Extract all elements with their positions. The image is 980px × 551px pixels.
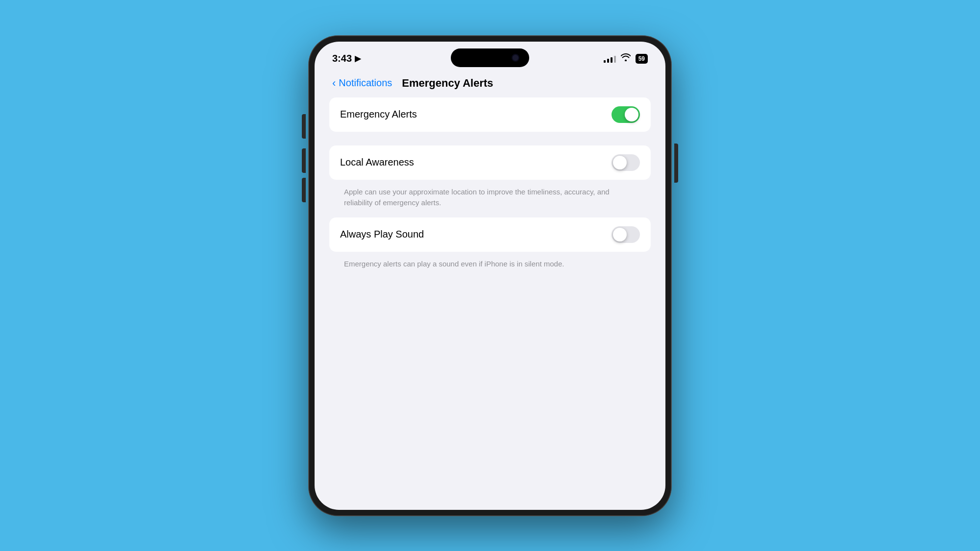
wifi-icon: [621, 53, 631, 64]
always-play-sound-helper: Emergency alerts can play a sound even i…: [329, 256, 651, 279]
always-play-sound-card: Always Play Sound: [329, 217, 651, 252]
toggle-knob: [625, 108, 638, 121]
phone-screen: 3:43 ▶ 59: [315, 42, 665, 510]
emergency-alerts-toggle[interactable]: [612, 106, 640, 123]
nav-bar: ‹ Notifications Emergency Alerts: [315, 72, 665, 97]
back-button[interactable]: ‹ Notifications: [332, 77, 392, 90]
time-display: 3:43: [332, 53, 352, 64]
battery-level: 59: [636, 54, 648, 64]
toggle-knob-2: [613, 156, 627, 169]
location-icon: ▶: [355, 54, 361, 63]
local-awareness-row: Local Awareness: [329, 145, 651, 180]
settings-content: Emergency Alerts Local Awareness Apple c…: [315, 97, 665, 279]
emergency-alerts-card: Emergency Alerts: [329, 97, 651, 132]
spacer-1: [329, 136, 651, 145]
always-play-sound-toggle[interactable]: [612, 226, 640, 243]
always-play-sound-label: Always Play Sound: [340, 229, 424, 240]
back-label: Notifications: [339, 77, 392, 89]
local-awareness-helper: Apple can use your approximate location …: [329, 184, 651, 217]
local-awareness-label: Local Awareness: [340, 157, 414, 168]
local-awareness-toggle[interactable]: [612, 154, 640, 171]
phone-device: 3:43 ▶ 59: [309, 36, 671, 516]
local-awareness-card: Local Awareness: [329, 145, 651, 180]
always-play-sound-row: Always Play Sound: [329, 217, 651, 252]
status-time: 3:43 ▶: [332, 53, 361, 64]
signal-bars: [604, 55, 616, 63]
toggle-knob-3: [613, 228, 627, 241]
emergency-alerts-row: Emergency Alerts: [329, 97, 651, 132]
page-title: Emergency Alerts: [402, 77, 493, 90]
front-camera: [513, 55, 518, 61]
status-right: 59: [604, 53, 648, 64]
back-chevron-icon: ‹: [332, 77, 336, 90]
battery-indicator: 59: [636, 54, 648, 64]
dynamic-island: [451, 48, 529, 67]
emergency-alerts-label: Emergency Alerts: [340, 109, 417, 120]
